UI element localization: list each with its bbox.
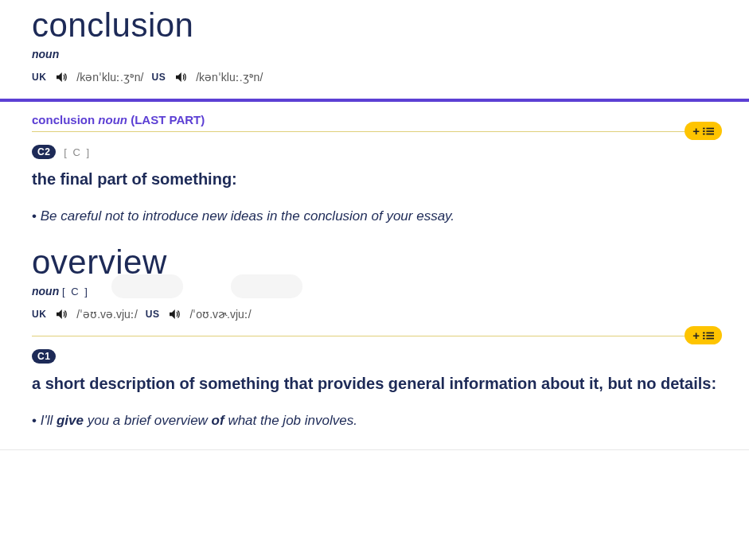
- grammar-code: [ C ]: [64, 146, 91, 158]
- list-icon: [703, 331, 714, 340]
- dictionary-entry-conclusion: conclusion noun UK /kənˈkluː.ʒᵊn/ US /kə…: [32, 6, 717, 224]
- svg-rect-6: [703, 133, 705, 134]
- ipa-uk: /ˈəʊ.və.vjuː/: [76, 308, 137, 321]
- definition-text: the final part of something:: [32, 167, 717, 191]
- list-icon: [703, 126, 714, 136]
- gold-rule: [32, 131, 717, 132]
- cefr-level-badge[interactable]: C1: [32, 349, 56, 364]
- pronunciation-row: UK /ˈəʊ.və.vjuː/ US /ˈoʊ.vɚ.vjuː/: [32, 307, 717, 321]
- sense-word: conclusion: [32, 113, 95, 126]
- svg-rect-5: [706, 130, 714, 132]
- svg-rect-2: [703, 127, 705, 129]
- region-us-label: US: [151, 72, 166, 83]
- bottom-rule: [0, 449, 749, 450]
- grammar-code: [ C ]: [62, 286, 89, 298]
- region-us-label: US: [146, 309, 160, 320]
- headword: conclusion: [32, 6, 717, 45]
- gold-rule: [32, 336, 717, 336]
- plus-icon: +: [692, 329, 700, 341]
- svg-rect-8: [703, 332, 705, 333]
- example-part: what the job involves.: [224, 413, 357, 428]
- add-to-wordlist-button[interactable]: +: [685, 326, 722, 344]
- part-of-speech: noun [ C ]: [32, 285, 717, 298]
- sense-guideword: (LAST PART): [131, 113, 205, 126]
- sense-pos: noun: [98, 113, 127, 126]
- ipa-us: /kənˈkluː.ʒᵊn/: [196, 71, 263, 84]
- section-divider: [0, 99, 749, 102]
- example-part: I'll: [41, 413, 57, 428]
- example-bold: give: [57, 413, 84, 428]
- svg-rect-9: [706, 332, 714, 333]
- example-sentence: I'll give you a brief overview of what t…: [32, 413, 717, 429]
- svg-rect-13: [706, 337, 714, 339]
- region-uk-label: UK: [32, 309, 46, 320]
- speaker-icon[interactable]: [54, 70, 68, 84]
- dictionary-entry-overview: overview noun [ C ] UK /ˈəʊ.və.vjuː/ US …: [32, 243, 717, 429]
- svg-rect-4: [703, 130, 705, 132]
- ipa-uk: /kənˈkluː.ʒᵊn/: [76, 71, 143, 84]
- svg-rect-3: [706, 127, 714, 129]
- ipa-us: /ˈoʊ.vɚ.vjuː/: [189, 308, 251, 321]
- region-uk-label: UK: [32, 72, 46, 83]
- svg-rect-11: [706, 335, 714, 336]
- speaker-icon[interactable]: [54, 307, 68, 321]
- example-part: you a brief overview: [84, 413, 212, 428]
- pos-text: noun: [32, 285, 59, 298]
- plus-icon: +: [692, 125, 700, 137]
- svg-rect-10: [703, 335, 705, 336]
- pronunciation-row: UK /kənˈkluː.ʒᵊn/ US /kənˈkluː.ʒᵊn/: [32, 70, 717, 84]
- example-sentence: Be careful not to introduce new ideas in…: [32, 208, 717, 224]
- svg-rect-12: [703, 337, 705, 339]
- speaker-icon[interactable]: [174, 70, 188, 84]
- cefr-level-badge[interactable]: C2: [32, 145, 56, 159]
- add-to-wordlist-button[interactable]: +: [685, 122, 722, 140]
- sense-header: conclusion noun (LAST PART): [32, 113, 717, 126]
- part-of-speech: noun: [32, 48, 717, 60]
- speaker-icon[interactable]: [167, 307, 181, 321]
- svg-rect-7: [706, 133, 714, 134]
- headword: overview: [32, 243, 717, 282]
- definition-text: a short description of something that pr…: [32, 371, 717, 395]
- example-bold: of: [212, 413, 224, 428]
